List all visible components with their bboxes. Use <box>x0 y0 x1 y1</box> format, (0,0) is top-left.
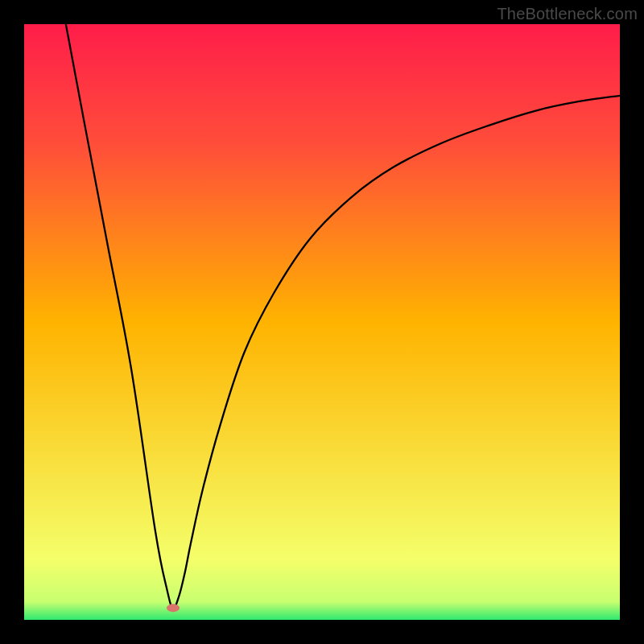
watermark-text: TheBottleneck.com <box>497 5 638 23</box>
chart-frame: TheBottleneck.com <box>0 0 644 644</box>
chart-plot-area <box>24 24 620 620</box>
minimum-marker <box>167 604 180 612</box>
gradient-background <box>24 24 620 620</box>
chart-svg <box>24 24 620 620</box>
